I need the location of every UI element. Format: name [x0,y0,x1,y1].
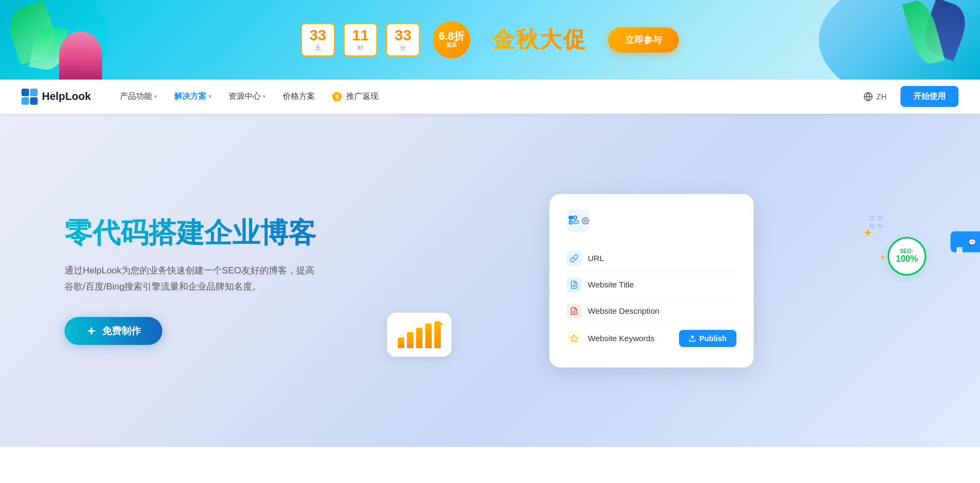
svg-point-13 [584,220,586,222]
title-icon [567,277,582,292]
seo-badge: SEO↑ 100% [888,237,926,276]
hero-cta-label: 免费制作 [102,325,141,337]
publish-icon [689,335,696,342]
card-settings-icon [567,209,590,233]
seo-percentage: 100% [896,254,918,264]
promo-banner: 33 天 11 时 33 分 6.8折 低至 金秋大促 立即参与 [0,0,980,80]
chevron-down-icon: ▾ [263,93,266,99]
hero-title: 零代码搭建企业博客 [65,216,387,249]
discount-badge: 6.8折 低至 [433,21,470,59]
chevron-down-icon: ▾ [154,93,157,99]
nav-item-pricing[interactable]: 价格方案 [275,87,323,106]
hero-right: ✦ ✦ [387,194,915,367]
chart-bar-4 [425,323,432,348]
svg-marker-18 [570,335,577,342]
promo-cta-button[interactable]: 立即参与 [608,27,679,53]
hero-left: 零代码搭建企业博客 通过HelpLook为您的业务快速创建一个SEO友好的博客，… [65,216,387,345]
svg-point-10 [574,216,577,219]
timer-days-value: 33 [310,27,326,44]
banner-content: 33 天 11 时 33 分 6.8折 低至 金秋大促 立即参与 [301,21,679,59]
card-row-url: URL [567,246,736,272]
timer-days-box: 33 天 [301,23,335,56]
timer-hours-box: 11 时 [344,23,377,56]
hero-cta-button[interactable]: 免费制作 [65,317,162,345]
svg-rect-0 [22,89,29,96]
website-description-label: Website Description [588,306,736,315]
nav-item-affiliate[interactable]: ¥ 推广返现 [325,87,386,106]
start-button[interactable]: 开始使用 [900,86,958,107]
chart-card: ↗ [387,313,452,357]
svg-rect-5 [870,217,874,220]
discount-main: 6.8折 [439,31,464,41]
card-header [567,209,736,233]
card-row-description: Website Description [567,298,736,325]
coin-icon: ¥ [332,92,342,102]
sparkle-icon [86,326,97,336]
navbar: HelpLook 产品功能 ▾ 解决方案 ▾ 资源中心 ▾ 价格方案 ¥ 推广返… [0,80,980,114]
chart-bars [398,321,441,348]
svg-rect-12 [574,221,578,224]
website-title-label: Website Title [588,280,736,289]
hero-seo-card: URL Website Title [549,194,754,367]
url-icon [567,251,582,266]
chart-bar-1 [398,337,404,348]
svg-rect-3 [30,97,38,105]
star-deco-1: ✦ [863,226,872,240]
timer-minutes-value: 33 [395,27,411,44]
hero-section: 零代码搭建企业博客 通过HelpLook为您的业务快速创建一个SEO友好的博客，… [0,114,980,447]
lang-switcher[interactable]: ZH [858,89,892,105]
promo-title: 金秋大促 [492,25,586,55]
logo-link[interactable]: HelpLook [22,89,91,105]
star-deco-2: ✦ [879,253,886,262]
svg-rect-6 [878,217,882,220]
timer-minutes-label: 分 [395,44,411,52]
seo-arrow-label: SEO↑ [900,248,914,254]
nav-item-resources[interactable]: 资源中心 ▾ [221,87,273,106]
globe-icon [863,92,873,102]
chart-bar-2 [407,332,413,348]
banner-flower [59,31,102,80]
description-icon [567,304,582,319]
logo-text: HelpLook [42,90,91,103]
svg-point-11 [569,221,573,224]
nav-item-products[interactable]: 产品功能 ▾ [112,87,164,106]
publish-button[interactable]: Publish [679,330,736,347]
svg-rect-2 [22,97,29,105]
timer-days-label: 天 [310,44,326,52]
chevron-down-icon: ▾ [209,93,211,99]
chart-trend-icon: ↗ [435,319,444,332]
discount-sub: 低至 [446,41,457,49]
nav-right: ZH 开始使用 [858,86,958,107]
timer-hours-label: 时 [352,44,369,52]
timer-minutes-box: 33 分 [386,23,420,56]
hero-description: 通过HelpLook为您的业务快速创建一个SEO友好的博客，提高谷歌/百度/Bi… [65,263,323,295]
nav-item-solutions[interactable]: 解决方案 ▾ [167,87,219,106]
url-label: URL [588,254,736,263]
chart-bar-3 [416,328,423,348]
side-contact-widget[interactable]: 💬 联系我们 [950,231,980,252]
side-contact-icon: 💬 [968,237,976,246]
card-row-keywords: Website Keywords Publish [567,325,736,352]
keywords-icon [567,331,582,346]
website-keywords-label: Website Keywords [588,334,673,343]
nav-links: 产品功能 ▾ 解决方案 ▾ 资源中心 ▾ 价格方案 ¥ 推广返现 [112,87,858,106]
publish-label: Publish [699,334,727,343]
logo-icon [22,89,38,105]
timer-hours-value: 11 [352,27,369,44]
svg-rect-1 [30,89,38,96]
lang-label: ZH [876,92,886,101]
card-row-title: Website Title [567,272,736,298]
